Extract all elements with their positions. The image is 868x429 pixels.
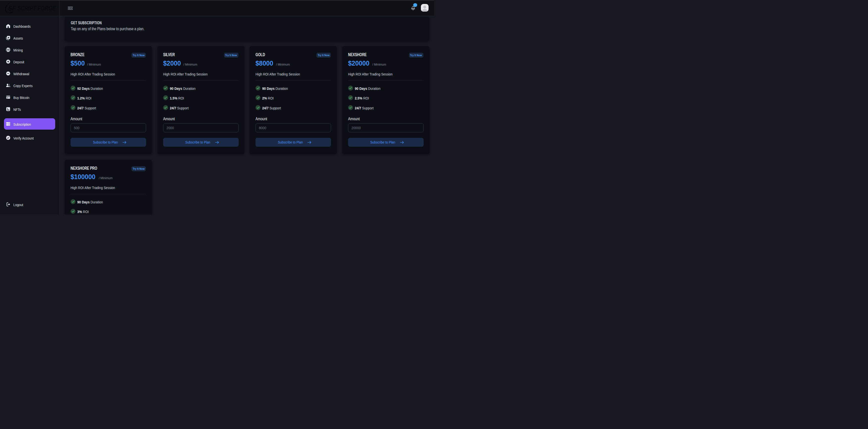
svg-text:SF: SF — [8, 4, 16, 12]
svg-text:SCRIPT FORGE: SCRIPT FORGE — [17, 5, 56, 12]
